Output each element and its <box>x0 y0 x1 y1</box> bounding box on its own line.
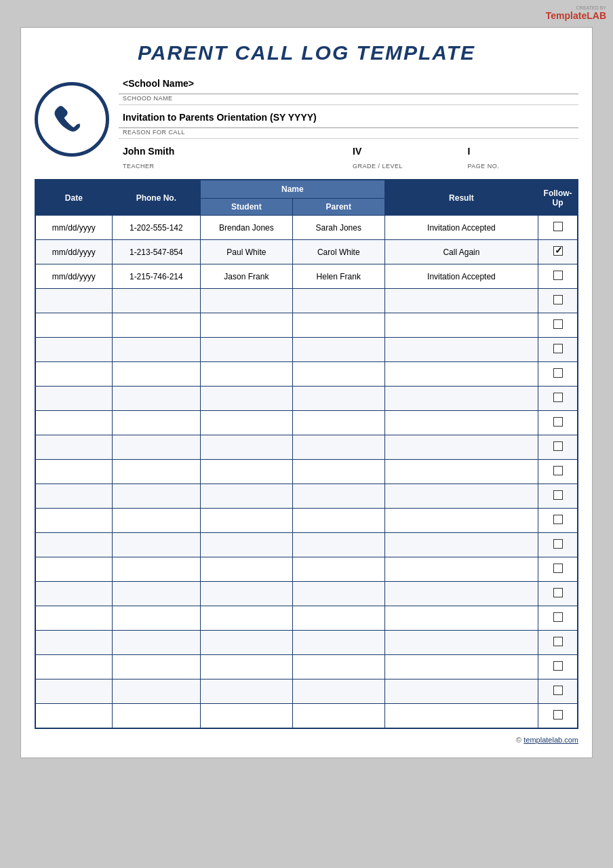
followup-checkbox-cell[interactable] <box>538 387 578 411</box>
result-cell <box>384 679 538 704</box>
followup-checkbox-cell[interactable] <box>538 362 578 387</box>
phone-cell: 1-202-555-142 <box>112 216 200 240</box>
col-date-header: Date <box>35 180 112 216</box>
followup-checkbox-cell[interactable] <box>538 289 578 313</box>
footer-credit: © templatelab.com <box>35 736 578 744</box>
followup-checkbox[interactable] <box>553 564 563 573</box>
phone-cell <box>112 631 200 655</box>
school-name-label: SCHOOD NAME <box>119 94 578 105</box>
student-cell <box>200 606 292 631</box>
teacher-label: TEACHER <box>119 162 349 172</box>
followup-checkbox[interactable] <box>553 319 563 329</box>
followup-checkbox-cell[interactable] <box>538 582 578 606</box>
followup-checkbox-cell[interactable] <box>538 460 578 484</box>
result-cell <box>384 338 538 362</box>
col-followup-header: Follow-Up <box>538 180 578 216</box>
col-student-header: Student <box>200 199 292 216</box>
followup-checkbox-cell[interactable] <box>538 240 578 264</box>
date-cell <box>35 387 112 411</box>
followup-checkbox[interactable] <box>553 441 563 451</box>
phone-cell <box>112 655 200 679</box>
followup-checkbox-cell[interactable] <box>538 264 578 289</box>
followup-checkbox-cell[interactable] <box>538 484 578 509</box>
followup-checkbox-cell[interactable] <box>538 435 578 460</box>
student-cell <box>200 411 292 435</box>
grade-cell: IV GRADE / LEVEL <box>349 143 464 172</box>
followup-checkbox[interactable] <box>553 417 563 427</box>
followup-checkbox[interactable] <box>553 588 563 597</box>
date-cell <box>35 435 112 460</box>
col-result-header: Result <box>384 180 538 216</box>
followup-checkbox-cell[interactable] <box>538 533 578 557</box>
followup-checkbox-cell[interactable] <box>538 216 578 240</box>
result-cell <box>384 655 538 679</box>
followup-checkbox-cell[interactable] <box>538 313 578 338</box>
result-cell <box>384 435 538 460</box>
student-cell <box>200 704 292 728</box>
brand-main: Template <box>546 10 587 21</box>
phone-cell <box>112 704 200 728</box>
followup-checkbox[interactable] <box>553 612 563 622</box>
table-row <box>35 411 578 435</box>
school-name-value: <School Name> <box>119 75 578 94</box>
templatelab-link[interactable]: templatelab.com <box>523 736 578 744</box>
followup-checkbox[interactable] <box>553 539 563 549</box>
date-cell <box>35 533 112 557</box>
followup-checkbox-cell[interactable] <box>538 411 578 435</box>
table-row <box>35 435 578 460</box>
result-cell <box>384 704 538 728</box>
followup-checkbox-cell[interactable] <box>538 338 578 362</box>
student-cell <box>200 484 292 509</box>
followup-checkbox-cell[interactable] <box>538 655 578 679</box>
result-cell <box>384 484 538 509</box>
followup-checkbox-cell[interactable] <box>538 704 578 728</box>
followup-checkbox-cell[interactable] <box>538 557 578 582</box>
parent-cell <box>292 387 384 411</box>
table-row <box>35 338 578 362</box>
followup-checkbox[interactable] <box>553 466 563 475</box>
date-cell <box>35 606 112 631</box>
student-cell <box>200 313 292 338</box>
followup-checkbox[interactable] <box>553 515 563 524</box>
phone-cell <box>112 387 200 411</box>
student-cell <box>200 362 292 387</box>
brand-accent: LAB <box>587 10 606 21</box>
phone-cell <box>112 411 200 435</box>
followup-checkbox[interactable] <box>553 271 563 280</box>
followup-checkbox[interactable] <box>553 246 563 256</box>
followup-checkbox[interactable] <box>553 710 563 719</box>
table-row <box>35 387 578 411</box>
followup-checkbox[interactable] <box>553 344 563 353</box>
table-header-row-1: Date Phone No. Name Result Follow-Up <box>35 180 578 199</box>
followup-checkbox[interactable] <box>553 637 563 646</box>
followup-checkbox-cell[interactable] <box>538 679 578 704</box>
table-row <box>35 557 578 582</box>
followup-checkbox-cell[interactable] <box>538 509 578 533</box>
followup-checkbox[interactable] <box>553 368 563 378</box>
header-fields: <School Name> SCHOOD NAME Invitation to … <box>119 75 578 172</box>
student-cell <box>200 338 292 362</box>
result-cell <box>384 411 538 435</box>
parent-cell: Sarah Jones <box>292 216 384 240</box>
phone-cell <box>112 435 200 460</box>
grade-value: IV <box>349 143 464 162</box>
followup-checkbox-cell[interactable] <box>538 631 578 655</box>
date-cell <box>35 679 112 704</box>
parent-cell <box>292 338 384 362</box>
phone-cell <box>112 289 200 313</box>
table-row <box>35 655 578 679</box>
followup-checkbox[interactable] <box>553 393 563 402</box>
reason-label: REASON FOR CALL <box>119 128 578 139</box>
student-cell <box>200 655 292 679</box>
followup-checkbox-cell[interactable] <box>538 606 578 631</box>
parent-cell <box>292 484 384 509</box>
student-cell: Jason Frank <box>200 264 292 289</box>
followup-checkbox[interactable] <box>553 661 563 671</box>
date-cell: mm/dd/yyyy <box>35 264 112 289</box>
created-by-label: CREATED BY <box>546 5 606 10</box>
followup-checkbox[interactable] <box>553 686 563 695</box>
date-cell <box>35 704 112 728</box>
followup-checkbox[interactable] <box>553 490 563 500</box>
followup-checkbox[interactable] <box>553 295 563 304</box>
followup-checkbox[interactable] <box>553 222 563 231</box>
